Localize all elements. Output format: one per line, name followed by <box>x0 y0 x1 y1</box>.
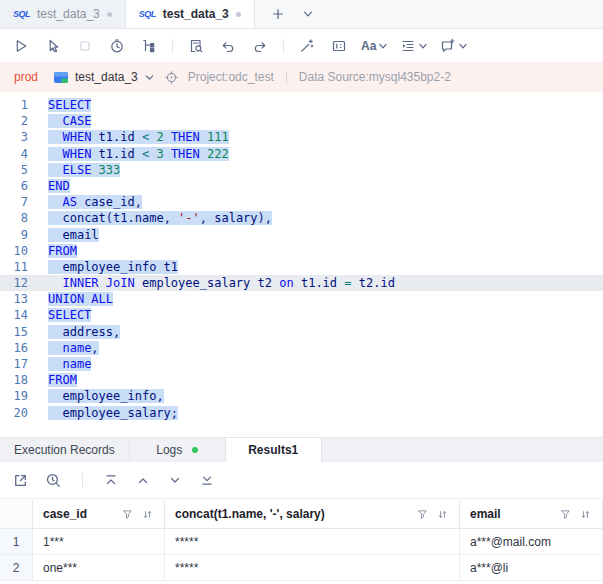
line-number: 12 <box>0 275 28 291</box>
editor-line[interactable]: 1SELECT <box>0 97 603 113</box>
table-cell[interactable]: 1*** <box>33 529 165 554</box>
editor-line[interactable]: 8 concat(t1.name, '-', salary), <box>0 210 603 226</box>
editor-line[interactable]: 20 employee_salary; <box>0 405 603 421</box>
table-cell[interactable]: ***** <box>165 555 460 580</box>
execution-plan-icon[interactable] <box>136 34 162 58</box>
database-icon <box>53 70 69 85</box>
editor-line[interactable]: 16 name, <box>0 340 603 356</box>
editor-line[interactable]: 18FROM <box>0 372 603 388</box>
editor-line[interactable]: 2 CASE <box>0 113 603 129</box>
editor-line[interactable]: 7 AS case_id, <box>0 194 603 210</box>
datasource-label: Data Source:mysql435bp2-2 <box>299 70 451 84</box>
table-cell[interactable]: ***** <box>165 529 460 554</box>
filter-funnel-icon[interactable] <box>416 508 429 521</box>
editor-line[interactable]: 3 WHEN t1.id < 2 THEN 111 <box>0 129 603 145</box>
filter-funnel-icon[interactable] <box>121 508 134 521</box>
line-code: name <box>28 356 91 372</box>
next-row-icon[interactable] <box>167 472 183 488</box>
sql-editor[interactable]: 1SELECT2 CASE3 WHEN t1.id < 2 THEN 1114 … <box>0 92 603 437</box>
add-comment-button[interactable] <box>437 34 471 58</box>
database-name: test_data_3 <box>75 70 138 84</box>
find-replace-icon[interactable] <box>326 34 352 58</box>
table-cell[interactable]: a***@mail.com <box>460 529 603 554</box>
sort-icon[interactable] <box>141 508 154 521</box>
run-icon[interactable] <box>8 34 34 58</box>
line-number: 18 <box>0 372 28 388</box>
editor-line[interactable]: 15 address, <box>0 324 603 340</box>
run-selection-icon[interactable] <box>40 34 66 58</box>
line-number: 3 <box>0 129 28 145</box>
toolbar-divider <box>172 39 173 54</box>
new-tab-plus-icon[interactable] <box>265 2 291 26</box>
table-row: 11********a***@mail.com <box>0 529 603 555</box>
tab-list-chevron-icon[interactable] <box>295 2 321 26</box>
logs-status-dot-icon <box>192 447 198 453</box>
line-code: employee_salary; <box>28 405 178 421</box>
tab-results1[interactable]: Results1 <box>226 438 322 462</box>
column-header-email[interactable]: email <box>460 500 603 528</box>
sort-icon[interactable] <box>436 508 449 521</box>
editor-line[interactable]: 9 email <box>0 227 603 243</box>
line-number: 10 <box>0 243 28 259</box>
format-wand-icon[interactable] <box>294 34 320 58</box>
sort-icon[interactable] <box>579 508 592 521</box>
editor-tab-1[interactable]: SQL test_data_3 <box>0 0 126 28</box>
row-number-header[interactable] <box>0 500 33 528</box>
session-context-bar: prod test_data_3 Project:odc_test Data S… <box>0 62 603 92</box>
prev-row-icon[interactable] <box>135 472 151 488</box>
project-label: Project:odc_test <box>188 70 274 84</box>
line-number: 8 <box>0 210 28 226</box>
results-table-body: 11********a***@mail.com2one********a***@… <box>0 529 603 581</box>
column-header-label: email <box>470 507 501 521</box>
undo-icon[interactable] <box>215 34 241 58</box>
table-cell[interactable]: one*** <box>33 555 165 580</box>
scroll-to-top-icon[interactable] <box>103 472 119 488</box>
line-code: END <box>28 178 70 194</box>
tab-logs[interactable]: Logs <box>130 438 226 462</box>
line-number: 4 <box>0 146 28 162</box>
editor-line[interactable]: 12 INNER JoIN employee_salary t2 on t1.i… <box>0 275 603 291</box>
editor-toolbar: Aa <box>0 30 603 62</box>
editor-line[interactable]: 17 name <box>0 356 603 372</box>
line-code: email <box>28 227 99 243</box>
line-number: 15 <box>0 324 28 340</box>
timer-icon[interactable] <box>104 34 130 58</box>
database-selector[interactable]: test_data_3 <box>53 70 155 85</box>
row-number-cell[interactable]: 2 <box>0 555 33 580</box>
scroll-to-bottom-icon[interactable] <box>199 472 215 488</box>
editor-tabbar: SQL test_data_3 SQL test_data_3 <box>0 0 603 29</box>
line-number: 1 <box>0 97 28 113</box>
table-cell[interactable]: a***@li <box>460 555 603 580</box>
results-table-header: case_id concat(t1.name, '-', salary) ema… <box>0 500 603 529</box>
editor-tab-2[interactable]: SQL test_data_3 <box>126 0 255 28</box>
column-header-label: concat(t1.name, '-', salary) <box>175 507 325 521</box>
case-convert-button[interactable]: Aa <box>358 34 391 58</box>
tab-execution-records[interactable]: Execution Records <box>0 438 130 462</box>
editor-line[interactable]: 4 WHEN t1.id < 3 THEN 222 <box>0 146 603 162</box>
row-number-cell[interactable]: 1 <box>0 529 33 554</box>
redo-icon[interactable] <box>247 34 273 58</box>
editor-line[interactable]: 14SELECT <box>0 307 603 323</box>
line-code: INNER JoIN employee_salary t2 on t1.id =… <box>28 275 395 291</box>
explain-icon[interactable] <box>183 34 209 58</box>
execution-detail-search-icon[interactable] <box>45 472 62 489</box>
line-number: 17 <box>0 356 28 372</box>
table-row: 2one********a***@li <box>0 555 603 581</box>
editor-line[interactable]: 13UNION ALL <box>0 291 603 307</box>
export-icon[interactable] <box>12 472 29 489</box>
editor-line[interactable]: 19 employee_info, <box>0 388 603 404</box>
editor-line[interactable]: 6END <box>0 178 603 194</box>
results-table: case_id concat(t1.name, '-', salary) ema… <box>0 500 603 581</box>
line-code: UNION ALL <box>28 291 113 307</box>
editor-line[interactable]: 11 employee_info t1 <box>0 259 603 275</box>
editor-line[interactable]: 10FROM <box>0 243 603 259</box>
filter-funnel-icon[interactable] <box>559 508 572 521</box>
line-number: 14 <box>0 307 28 323</box>
indent-button[interactable] <box>397 34 431 58</box>
editor-line[interactable]: 5 ELSE 333 <box>0 162 603 178</box>
line-code: address, <box>28 324 120 340</box>
line-code: WHEN t1.id < 2 THEN 111 <box>28 129 229 145</box>
sql-console-window: { "tabbar": { "tabs": [ { "label": "test… <box>0 0 603 584</box>
column-header-concat[interactable]: concat(t1.name, '-', salary) <box>165 500 460 528</box>
column-header-case-id[interactable]: case_id <box>33 500 165 528</box>
